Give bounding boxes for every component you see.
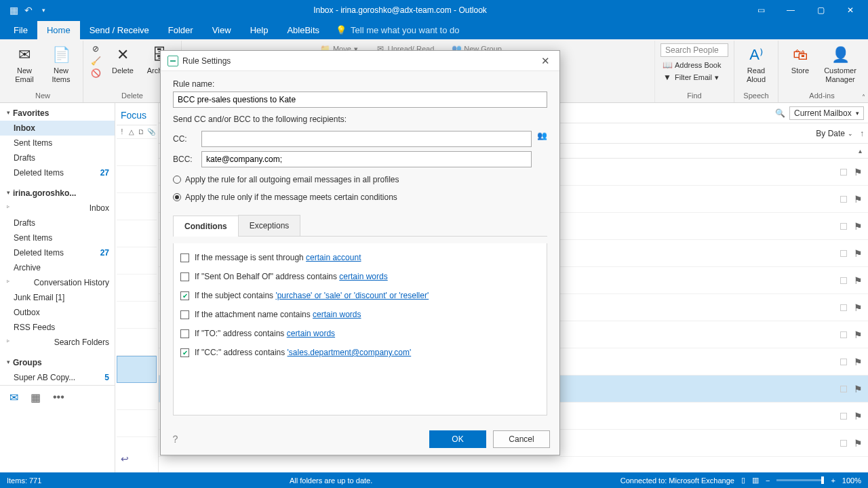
- condition-row[interactable]: ✔If the subject contains 'purchase' or '…: [180, 291, 540, 300]
- maximize-button[interactable]: ▢: [806, 0, 835, 20]
- list-item[interactable]: [117, 247, 157, 274]
- folder-item[interactable]: Deleted Items27: [0, 245, 115, 260]
- tab-ablebits[interactable]: AbleBits: [277, 21, 329, 39]
- sort-dropdown[interactable]: By Date⌄: [813, 129, 856, 138]
- list-item[interactable]: [117, 166, 157, 193]
- mail-nav-icon[interactable]: ✉: [9, 391, 18, 404]
- folder-item[interactable]: Sent Items: [0, 136, 115, 150]
- category-box[interactable]: [840, 250, 847, 257]
- list-item[interactable]: [117, 220, 157, 247]
- store-button[interactable]: 🛍Store: [784, 43, 816, 77]
- category-box[interactable]: [840, 277, 847, 284]
- folder-item[interactable]: Inbox: [0, 201, 115, 216]
- folder-item[interactable]: Super AB Copy...5: [0, 370, 115, 385]
- account-header[interactable]: irina.goroshko...: [0, 186, 115, 201]
- close-button[interactable]: ✕: [835, 0, 865, 20]
- folder-item[interactable]: Drafts: [0, 216, 115, 230]
- tab-folder[interactable]: Folder: [159, 21, 203, 39]
- tell-me[interactable]: 💡 Tell me what you want to do: [329, 25, 459, 35]
- flag-icon[interactable]: ⚑: [854, 411, 863, 422]
- rule-name-input[interactable]: [173, 92, 547, 108]
- folder-item[interactable]: RSS Feeds: [0, 320, 115, 335]
- condition-row[interactable]: ✔If "CC:" address contains 'sales.depart…: [180, 348, 540, 357]
- category-box[interactable]: [840, 331, 847, 338]
- condition-row[interactable]: If "Sent On Behalf Of" address contains …: [180, 272, 540, 281]
- checkbox[interactable]: ✔: [180, 348, 189, 357]
- address-picker-button[interactable]: 👥: [537, 131, 547, 167]
- category-box[interactable]: [840, 386, 847, 392]
- help-icon[interactable]: ？: [170, 433, 180, 446]
- folder-item[interactable]: Outbox: [0, 305, 115, 320]
- junk-button[interactable]: 🚫: [89, 68, 102, 79]
- category-box[interactable]: [840, 413, 847, 420]
- flag-icon[interactable]: ⚑: [854, 275, 863, 286]
- list-item[interactable]: [117, 329, 157, 356]
- ignore-button[interactable]: ⊘: [89, 43, 102, 54]
- zoom-out-icon[interactable]: −: [766, 476, 770, 485]
- customer-manager-button[interactable]: 👤Customer Manager: [821, 43, 860, 85]
- category-box[interactable]: [840, 196, 847, 203]
- flag-icon[interactable]: ⚑: [854, 248, 863, 259]
- flag-icon[interactable]: ⚑: [854, 329, 863, 340]
- condition-row[interactable]: If the attachment name contains certain …: [180, 310, 540, 319]
- cleanup-button[interactable]: 🧹: [89, 56, 102, 66]
- search-scope-dropdown[interactable]: Current Mailbox▾: [789, 106, 864, 120]
- tab-conditions[interactable]: Conditions: [173, 216, 239, 237]
- search-icon[interactable]: 🔍: [775, 108, 785, 118]
- list-item[interactable]: [117, 193, 157, 220]
- condition-link[interactable]: 'sales.department@company.com': [288, 348, 412, 357]
- focused-tab[interactable]: Focus: [117, 107, 157, 125]
- list-item[interactable]: [117, 139, 157, 166]
- condition-row[interactable]: If "TO:" address contains certain words: [180, 329, 540, 338]
- category-box[interactable]: [840, 359, 847, 365]
- tab-help[interactable]: Help: [241, 21, 278, 39]
- read-aloud-button[interactable]: A⁾Read Aloud: [740, 43, 772, 85]
- minimize-button[interactable]: ―: [776, 0, 806, 20]
- list-item[interactable]: [117, 383, 157, 410]
- category-box[interactable]: [840, 304, 847, 311]
- radio-conditions[interactable]: Apply the rule only if the message meets…: [173, 192, 547, 203]
- folder-item[interactable]: Search Folders: [0, 335, 115, 350]
- folder-item[interactable]: Drafts: [0, 150, 115, 165]
- tab-file[interactable]: File: [4, 21, 37, 39]
- collapse-ribbon-icon[interactable]: ˄: [862, 94, 865, 101]
- flag-icon[interactable]: ⚑: [854, 438, 863, 449]
- tab-send-receive[interactable]: Send / Receive: [80, 21, 159, 39]
- undo-icon[interactable]: ↶: [23, 5, 34, 16]
- list-item[interactable]: [117, 356, 157, 383]
- tab-view[interactable]: View: [203, 21, 241, 39]
- qat-dropdown-icon[interactable]: ▾: [38, 5, 49, 16]
- sort-asc-icon[interactable]: ↑: [860, 129, 864, 138]
- condition-link[interactable]: certain words: [287, 329, 335, 338]
- list-item[interactable]: [117, 410, 157, 437]
- zoom-slider[interactable]: [776, 479, 824, 481]
- view-normal-icon[interactable]: ▯: [741, 476, 745, 485]
- delete-button[interactable]: ✕Delete: [106, 43, 139, 77]
- bcc-input[interactable]: [201, 151, 532, 167]
- category-box[interactable]: [840, 169, 847, 176]
- dialog-close-button[interactable]: ✕: [538, 55, 553, 67]
- folder-item[interactable]: Inbox: [0, 121, 115, 136]
- condition-row[interactable]: If the message is sent through certain a…: [180, 253, 540, 262]
- condition-link[interactable]: 'purchase' or 'sale' or 'discount' or 'r…: [275, 291, 429, 300]
- ribbon-display-icon[interactable]: ▭: [746, 0, 776, 20]
- search-people-input[interactable]: Search People: [660, 43, 728, 57]
- new-email-button[interactable]: ✉New Email: [8, 43, 41, 85]
- view-reading-icon[interactable]: ▥: [752, 476, 759, 485]
- tab-home[interactable]: Home: [37, 21, 80, 39]
- cancel-button[interactable]: Cancel: [493, 430, 550, 448]
- radio-all-profiles[interactable]: Apply the rule for all outgoing email me…: [173, 174, 547, 185]
- folder-item[interactable]: Deleted Items27: [0, 165, 115, 180]
- checkbox[interactable]: [180, 310, 189, 319]
- flag-icon[interactable]: ⚑: [854, 167, 863, 178]
- flag-icon[interactable]: ⚑: [854, 302, 863, 313]
- condition-link[interactable]: certain words: [313, 310, 361, 319]
- checkbox[interactable]: [180, 272, 189, 281]
- cc-input[interactable]: [201, 131, 532, 147]
- address-book-button[interactable]: 📖Address Book: [660, 60, 728, 70]
- zoom-in-icon[interactable]: +: [831, 476, 835, 485]
- checkbox[interactable]: ✔: [180, 291, 189, 300]
- condition-link[interactable]: certain words: [339, 272, 387, 281]
- ok-button[interactable]: OK: [429, 430, 486, 448]
- folder-item[interactable]: Junk Email [1]: [0, 290, 115, 305]
